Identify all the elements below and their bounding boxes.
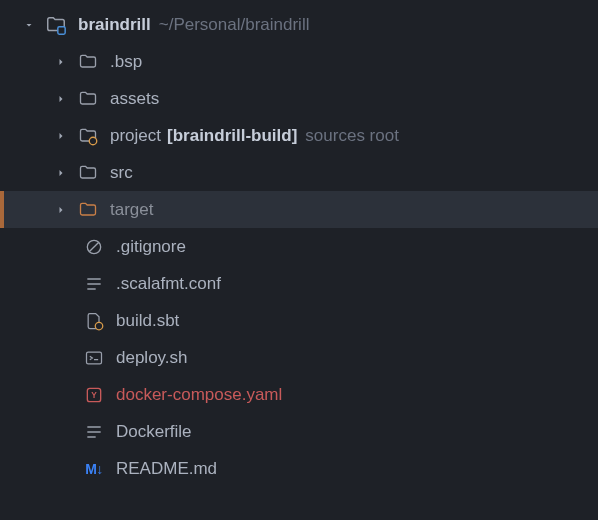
- text-file-icon: [82, 420, 106, 444]
- folder-excluded-icon: [76, 198, 100, 222]
- folder-icon: [76, 87, 100, 111]
- chevron-right-icon[interactable]: [52, 201, 70, 219]
- item-label: .scalafmt.conf: [116, 274, 221, 294]
- item-label: target: [110, 200, 153, 220]
- folder-icon: [76, 161, 100, 185]
- tree-row-readme[interactable]: M↓ README.md: [0, 450, 598, 487]
- root-path: ~/Personal/braindrill: [159, 15, 310, 35]
- folder-sources-icon: [76, 124, 100, 148]
- chevron-right-icon[interactable]: [52, 90, 70, 108]
- item-label: src: [110, 163, 133, 183]
- item-label: deploy.sh: [116, 348, 188, 368]
- item-label: build.sbt: [116, 311, 179, 331]
- tree-row-gitignore[interactable]: .gitignore: [0, 228, 598, 265]
- project-tree: braindrill ~/Personal/braindrill .bsp as…: [0, 0, 598, 487]
- svg-text:Y: Y: [91, 390, 97, 400]
- item-label: docker-compose.yaml: [116, 385, 282, 405]
- item-label: assets: [110, 89, 159, 109]
- folder-icon: [76, 50, 100, 74]
- svg-rect-0: [58, 26, 65, 33]
- shell-file-icon: [82, 346, 106, 370]
- chevron-right-icon[interactable]: [52, 127, 70, 145]
- chevron-down-icon[interactable]: [20, 16, 38, 34]
- item-label: .gitignore: [116, 237, 186, 257]
- root-name: braindrill: [78, 15, 151, 35]
- sbt-file-icon: [82, 309, 106, 333]
- tree-row-target[interactable]: target: [0, 191, 598, 228]
- chevron-right-icon[interactable]: [52, 53, 70, 71]
- chevron-right-icon[interactable]: [52, 164, 70, 182]
- tree-row-project[interactable]: project [braindrill-build] sources root: [0, 117, 598, 154]
- tree-row-buildsbt[interactable]: build.sbt: [0, 302, 598, 339]
- item-label: project: [110, 126, 161, 146]
- yaml-file-icon: Y: [82, 383, 106, 407]
- tree-row-src[interactable]: src: [0, 154, 598, 191]
- tree-row-dockerfile[interactable]: Dockerfile: [0, 413, 598, 450]
- markdown-file-icon: M↓: [82, 457, 106, 481]
- tree-row-scalafmt[interactable]: .scalafmt.conf: [0, 265, 598, 302]
- svg-point-7: [95, 322, 103, 330]
- tree-row-root[interactable]: braindrill ~/Personal/braindrill: [0, 6, 598, 43]
- ignore-icon: [82, 235, 106, 259]
- tree-row-deploy[interactable]: deploy.sh: [0, 339, 598, 376]
- tree-row-docker-compose[interactable]: Y docker-compose.yaml: [0, 376, 598, 413]
- svg-point-1: [89, 137, 97, 145]
- svg-rect-8: [87, 352, 102, 364]
- text-file-icon: [82, 272, 106, 296]
- item-label: .bsp: [110, 52, 142, 72]
- item-label: Dockerfile: [116, 422, 192, 442]
- svg-line-3: [89, 242, 98, 251]
- item-suffix: [braindrill-build]: [167, 126, 297, 146]
- tree-row-bsp[interactable]: .bsp: [0, 43, 598, 80]
- item-annotation: sources root: [305, 126, 399, 146]
- item-label: README.md: [116, 459, 217, 479]
- folder-icon: [44, 13, 68, 37]
- tree-row-assets[interactable]: assets: [0, 80, 598, 117]
